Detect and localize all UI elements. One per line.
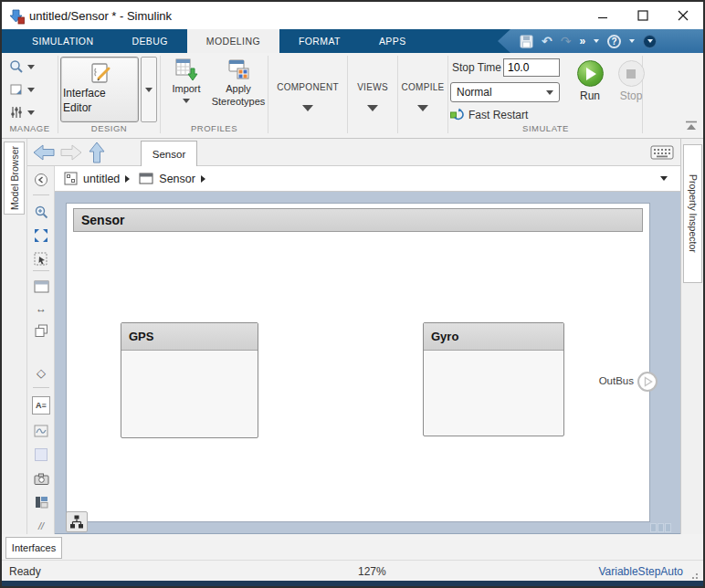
- customize-icon[interactable]: »: [579, 36, 585, 47]
- viewmarks-icon[interactable]: [32, 493, 50, 511]
- interface-editor-icon: [87, 61, 112, 87]
- back-icon[interactable]: [33, 144, 55, 161]
- diamond-icon[interactable]: ◇: [32, 363, 50, 382]
- sliders-icon: [9, 105, 24, 120]
- breadcrumb-current[interactable]: Sensor: [159, 173, 195, 185]
- fast-restart-toggle[interactable]: Fast Restart: [450, 108, 528, 121]
- window-bottom-border: [2, 581, 703, 586]
- statusbar-area: Interfaces Ready 127% VariableStepAuto: [2, 534, 703, 583]
- profiles-group-label: PROFILES: [161, 123, 268, 133]
- collapse-breadcrumb-icon[interactable]: [32, 171, 50, 189]
- component-dropdown[interactable]: COMPONENT: [268, 62, 347, 111]
- block-gps[interactable]: GPS: [121, 322, 258, 438]
- property-inspector-tab[interactable]: Property Inspector: [683, 144, 702, 283]
- copy-icon[interactable]: [32, 321, 50, 340]
- help-icon[interactable]: ?: [607, 35, 621, 48]
- tab-simulation[interactable]: SIMULATION: [13, 29, 112, 53]
- canvas-scroll-grip[interactable]: [650, 523, 671, 532]
- sim-mode-select[interactable]: Normal: [450, 82, 560, 102]
- tab-debug[interactable]: DEBUG: [112, 29, 186, 53]
- undo-icon[interactable]: ↶: [542, 35, 552, 47]
- resize-grip-icon[interactable]: [689, 570, 698, 579]
- window-controls: [583, 2, 703, 29]
- window-title: untitled/Sensor * - Simulink: [29, 9, 172, 23]
- select-region-icon[interactable]: [32, 250, 50, 268]
- screenshot-button[interactable]: [9, 82, 35, 97]
- subsystem-badge-icon: [139, 172, 153, 185]
- breadcrumb-dropdown-icon[interactable]: [660, 176, 668, 181]
- outbus-port-icon[interactable]: [637, 371, 658, 393]
- breadcrumb: untitled Sensor: [55, 166, 680, 192]
- search-icon: [9, 59, 24, 74]
- model-browser-tab[interactable]: Model Browser: [4, 142, 25, 215]
- breadcrumb-separator-icon[interactable]: [125, 175, 130, 183]
- fast-restart-label: Fast Restart: [468, 109, 528, 121]
- apply-stereotypes-button[interactable]: Apply Stereotypes: [210, 58, 267, 109]
- simulink-window: untitled/Sensor * - Simulink SIMULATION …: [0, 0, 705, 588]
- design-group-label: DESIGN: [58, 123, 160, 133]
- save-icon[interactable]: [520, 35, 533, 48]
- keyboard-icon[interactable]: [650, 145, 674, 160]
- component-frame-header[interactable]: Sensor: [73, 208, 643, 232]
- manage-group-label: MANAGE: [2, 123, 58, 133]
- block-gyro-header: Gyro: [424, 323, 563, 351]
- status-text: Ready: [9, 565, 41, 578]
- screenshot-icon: [9, 82, 24, 97]
- resize-arrows-icon[interactable]: ↔: [32, 299, 50, 318]
- minimize-icon[interactable]: [583, 2, 623, 29]
- search-button[interactable]: [9, 59, 35, 74]
- blank-square-icon[interactable]: [32, 446, 50, 464]
- simulink-logo-icon: [9, 8, 26, 25]
- up-icon[interactable]: [88, 142, 106, 163]
- interface-editor-label: Interface Editor: [63, 87, 136, 115]
- subsystem-icon[interactable]: [32, 278, 50, 296]
- forward-icon: [60, 144, 82, 161]
- ribbon-tab-bar: SIMULATION DEBUG MODELING FORMAT APPS ↶ …: [2, 29, 703, 53]
- interfaces-tab[interactable]: Interfaces: [5, 537, 62, 559]
- palette-resize-handle[interactable]: //: [32, 517, 50, 535]
- apply-stereotypes-label: Apply Stereotypes: [210, 83, 267, 109]
- breadcrumb-root[interactable]: untitled: [83, 173, 120, 185]
- run-icon: [577, 60, 604, 87]
- tab-apps[interactable]: APPS: [360, 29, 426, 53]
- breadcrumb-separator-icon[interactable]: [201, 175, 205, 183]
- annotation-icon[interactable]: A≡: [32, 396, 50, 415]
- customize-dropdown-icon[interactable]: [594, 39, 599, 43]
- simulate-group-label: SIMULATE: [448, 123, 643, 133]
- signal-viewer-icon[interactable]: [32, 422, 50, 440]
- nav-row: Sensor: [27, 139, 680, 166]
- hide-ribbon-icon[interactable]: [643, 35, 657, 48]
- run-button[interactable]: Run: [573, 60, 606, 102]
- tab-format[interactable]: FORMAT: [279, 29, 360, 53]
- right-rail: Property Inspector: [680, 139, 703, 534]
- interface-editor-button[interactable]: Interface Editor: [60, 57, 139, 122]
- stop-time-input[interactable]: [503, 58, 560, 77]
- stop-label: Stop: [620, 89, 643, 102]
- left-rail: Model Browser: [2, 139, 27, 534]
- import-icon: [174, 58, 198, 81]
- titlebar: untitled/Sensor * - Simulink: [2, 2, 703, 29]
- stop-time-label: Stop Time: [452, 61, 501, 74]
- hierarchy-tree-button[interactable]: [66, 511, 88, 532]
- maximize-icon[interactable]: [623, 2, 663, 29]
- run-label: Run: [580, 89, 600, 102]
- tab-modeling[interactable]: MODELING: [187, 29, 279, 53]
- compile-dropdown[interactable]: COMPILE: [398, 62, 447, 111]
- sliders-button[interactable]: [9, 105, 35, 120]
- design-dropdown-button[interactable]: [141, 57, 157, 122]
- import-button[interactable]: Import: [163, 58, 209, 103]
- quick-access-toolbar: ↶ ↷ » ?: [498, 29, 703, 53]
- camera-icon[interactable]: [32, 469, 50, 488]
- block-gyro[interactable]: Gyro: [423, 322, 564, 436]
- apply-stereotypes-icon: [226, 58, 250, 81]
- status-row: Ready 127% VariableStepAuto: [2, 560, 703, 583]
- solver-badge[interactable]: VariableStepAuto: [598, 565, 683, 578]
- close-icon[interactable]: [663, 2, 703, 29]
- views-dropdown[interactable]: VIEWS: [348, 62, 397, 111]
- document-tab-sensor[interactable]: Sensor: [141, 141, 197, 166]
- help-dropdown-icon[interactable]: [629, 39, 635, 43]
- collapse-toolstrip-icon[interactable]: [685, 121, 698, 133]
- toolstrip: MANAGE Interface Editor DESIGN Import: [2, 53, 703, 139]
- fit-view-icon[interactable]: [32, 226, 50, 245]
- zoom-in-icon[interactable]: [32, 203, 50, 221]
